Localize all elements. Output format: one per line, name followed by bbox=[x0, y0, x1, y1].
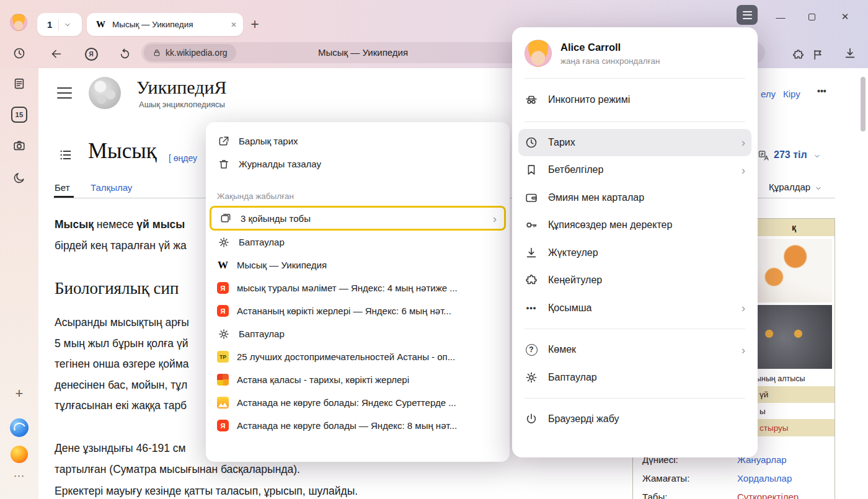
wiki-more-icon[interactable]: ••• bbox=[817, 86, 826, 96]
close-window-button[interactable]: ✕ bbox=[837, 9, 853, 25]
history-entry[interactable]: Астанада не көруге болады: Яндекс Суретт… bbox=[206, 391, 510, 414]
minimize-button[interactable]: — bbox=[773, 9, 789, 25]
scrollbar-thumb[interactable] bbox=[861, 77, 866, 131]
tab-close-icon[interactable]: ✕ bbox=[231, 20, 237, 29]
maximize-button[interactable] bbox=[804, 9, 820, 25]
menu-item-wallet[interactable]: Әмиян мен карталар bbox=[512, 184, 758, 212]
chevron-right-icon: › bbox=[742, 344, 745, 356]
article-title: Мысық bbox=[88, 139, 157, 164]
sidebar-history-button[interactable] bbox=[12, 46, 27, 61]
wiki-site-title[interactable]: УикипедиЯ bbox=[136, 77, 227, 98]
menu-item-passwords[interactable]: Құпиясөздер мен деректер bbox=[512, 211, 758, 239]
menu-item-label: Барлық тарих bbox=[239, 136, 298, 146]
sidebar-add-button[interactable]: + bbox=[12, 386, 27, 401]
profile-avatar[interactable] bbox=[10, 14, 27, 31]
menu-item-help[interactable]: ? Көмек › bbox=[512, 336, 758, 364]
wikipedia-logo[interactable] bbox=[89, 77, 121, 109]
tab-page[interactable]: Бет bbox=[55, 182, 70, 193]
sidebar-screenshot-button[interactable] bbox=[12, 138, 27, 153]
recently-closed-header: Жақында жабылған bbox=[206, 175, 510, 206]
profile-section[interactable]: Alice Carroll жаңа ғана синхрондалған bbox=[512, 27, 758, 78]
menu-item-all-history[interactable]: Барлық тарих bbox=[206, 130, 510, 152]
new-tab-button[interactable]: + bbox=[247, 16, 263, 32]
yandex-icon: Я bbox=[217, 305, 229, 317]
question-icon: ? bbox=[525, 343, 538, 356]
paragraph-line: Дене ұзындығы 46-191 см bbox=[55, 442, 186, 455]
tools-chevron-icon bbox=[815, 185, 822, 192]
downloads-toolbar-icon[interactable] bbox=[842, 45, 858, 61]
browser-menu-button[interactable] bbox=[737, 5, 758, 25]
menu-item-settings[interactable]: Баптаулар bbox=[512, 364, 758, 392]
login-link[interactable]: Кіру bbox=[783, 89, 800, 99]
menu-item-label: Баптаулар bbox=[548, 372, 597, 383]
chevron-right-icon: › bbox=[742, 164, 745, 176]
history-entry[interactable]: Астана қаласы - тарихы, көрікті жерлері bbox=[206, 368, 510, 391]
back-button[interactable] bbox=[48, 46, 64, 62]
key-icon bbox=[525, 218, 538, 232]
taxobox-row: Жамағаты: Хордалылар bbox=[633, 469, 835, 487]
edit-link[interactable]: [ өңдеу bbox=[169, 153, 197, 163]
menu-item-label: Жүктеулер bbox=[548, 247, 598, 258]
yandex-images-icon bbox=[217, 397, 229, 408]
history-entry-label: мысық туралы мәлімет — Яндекс: 4 мың нәт… bbox=[237, 283, 458, 293]
language-count-button[interactable]: 273 тіл bbox=[774, 149, 807, 161]
menu-item-label: Әмиян мен карталар bbox=[548, 192, 644, 203]
menu-item-label: Браузерді жабу bbox=[548, 413, 619, 425]
menu-item-label: Қосымша bbox=[548, 302, 591, 314]
sidebar-tab-count-button[interactable]: 15 bbox=[11, 107, 27, 123]
browser-main-menu: Alice Carroll жаңа ғана синхрондалған Ин… bbox=[512, 27, 758, 457]
menu-item-label: Баптаулар bbox=[239, 237, 285, 247]
contents-list-icon[interactable] bbox=[58, 148, 73, 162]
wiki-site-subtitle: Ашық энциклопедиясы bbox=[139, 100, 225, 109]
chevron-right-icon: › bbox=[493, 213, 497, 224]
bold-term: Мысық bbox=[55, 218, 94, 231]
yandex-browser-logo[interactable] bbox=[10, 418, 29, 437]
sidebar-dark-mode-button[interactable] bbox=[12, 170, 27, 185]
yandex-search-app-icon[interactable] bbox=[11, 446, 28, 463]
register-link-fragment[interactable]: елу bbox=[761, 89, 776, 99]
taxobox-value-link[interactable]: Хордалылар bbox=[737, 473, 792, 484]
menu-item-incognito[interactable]: Инкогнито режимі bbox=[512, 86, 758, 114]
menu-item-extensions[interactable]: Кеңейтулер bbox=[512, 267, 758, 294]
menu-item-downloads[interactable]: Жүктеулер bbox=[512, 239, 758, 267]
sidebar-feed-button[interactable] bbox=[12, 76, 27, 91]
collections-flag-icon[interactable] bbox=[810, 46, 826, 63]
domain-pill[interactable]: kk.wikipedia.org bbox=[144, 44, 236, 61]
history-entry-settings[interactable]: Баптаулар bbox=[206, 322, 510, 345]
taxobox-row: Табы: Сүтқоректілер bbox=[633, 487, 835, 499]
history-submenu: Барлық тарих Журналды тазалау Жақында жа… bbox=[206, 122, 510, 462]
menu-item-label: 3 қойынды тобы bbox=[241, 213, 311, 224]
history-entry[interactable]: Я мысық туралы мәлімет — Яндекс: 4 мың н… bbox=[206, 276, 510, 299]
chevron-right-icon: › bbox=[742, 302, 745, 314]
menu-item-close-browser[interactable]: Браузерді жабу bbox=[512, 405, 758, 433]
yandex-icon: Я bbox=[217, 282, 229, 294]
paragraph-line: Асыранды мысықтың арғы bbox=[55, 316, 189, 329]
history-entry[interactable]: Я Астанада не көруге болады — Яндекс: 8 … bbox=[206, 414, 510, 437]
active-tab[interactable]: W Мысық — Уикипедия ✕ bbox=[87, 13, 243, 36]
sync-status: жаңа ғана синхрондалған bbox=[560, 56, 660, 66]
menu-item-history[interactable]: Тарих › bbox=[518, 129, 751, 157]
menu-item-tab-group[interactable]: 3 қойынды тобы › bbox=[210, 206, 506, 231]
wiki-menu-icon[interactable] bbox=[57, 87, 72, 99]
menu-item-settings[interactable]: Баптаулар bbox=[206, 231, 510, 254]
tab-group-icon bbox=[219, 211, 232, 225]
menu-item-bookmarks[interactable]: Бетбелгілер › bbox=[512, 156, 758, 184]
tab-counter[interactable]: 1 bbox=[37, 13, 82, 36]
yandex-home-button[interactable]: Я bbox=[83, 46, 99, 62]
wikipedia-favicon: W bbox=[95, 19, 107, 30]
menu-item-more[interactable]: ••• Қосымша › bbox=[512, 294, 758, 322]
tab-talk[interactable]: Талқылау bbox=[91, 182, 132, 193]
taxobox-value-link[interactable]: Сүтқоректілер bbox=[737, 492, 799, 499]
extensions-toolbar-icon[interactable] bbox=[790, 46, 806, 63]
tools-dropdown[interactable]: Құралдар bbox=[769, 182, 810, 192]
page-scrollbar[interactable] bbox=[861, 69, 866, 497]
menu-item-label: Журналды тазалау bbox=[239, 159, 321, 169]
sidebar-more-button[interactable]: ⋯ bbox=[12, 469, 27, 484]
menu-item-label: Тарих bbox=[548, 137, 575, 148]
history-entry[interactable]: Я Астананың көрікті жерлері — Яндекс: 6 … bbox=[206, 299, 510, 322]
history-entry[interactable]: TP 25 лучших достопримечательностей Аста… bbox=[206, 345, 510, 368]
menu-item-clear-history[interactable]: Журналды тазалау bbox=[206, 152, 510, 175]
history-entry[interactable]: W Мысық — Уикипедия bbox=[206, 254, 510, 276]
translate-icon bbox=[758, 149, 770, 162]
reload-button[interactable] bbox=[117, 46, 133, 62]
